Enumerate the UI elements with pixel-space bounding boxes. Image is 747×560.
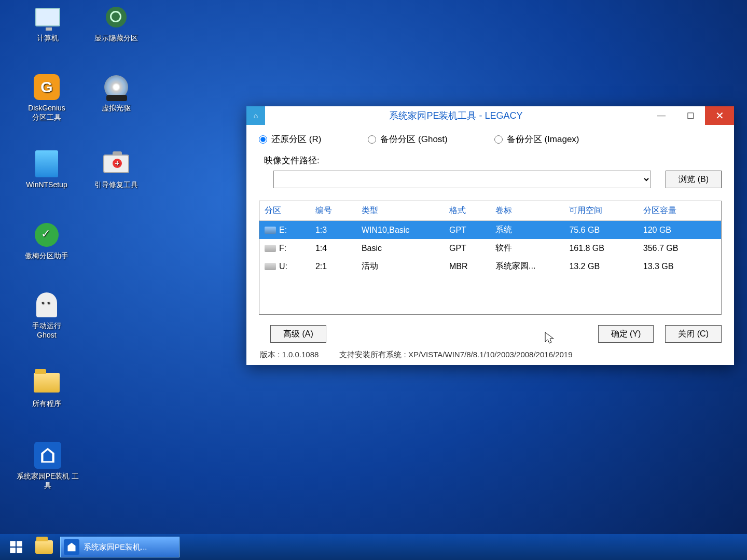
svg-rect-1 [17,541,22,547]
table-body-wrap[interactable]: E:1:3WIN10,BasicGPT系统75.6 GB120 GBF:1:4B… [259,221,721,314]
table-cell: 1:4 [310,239,356,257]
desktop-icon-bootfix[interactable]: 引导修复工具 [85,149,147,190]
svg-rect-0 [10,541,15,547]
mode-radio-group: 还原分区 (R) 备份分区 (Ghost) 备份分区 (Imagex) [259,133,722,145]
close-button[interactable]: ✕ [705,106,734,125]
col-type[interactable]: 类型 [356,201,444,221]
col-format[interactable]: 格式 [444,201,490,221]
table-cell: 系统家园... [490,257,564,275]
desktop-icon-computer[interactable]: 计算机 [17,3,79,43]
radio-restore[interactable]: 还原分区 (R) [259,133,321,145]
icon-label: 显示隐藏分区 [85,34,147,43]
table-cell: 356.7 GB [638,239,721,257]
status-bar: 版本 : 1.0.0.1088 支持安装所有系统 : XP/VISTA/WIN7… [259,348,722,360]
table-row[interactable]: U:2:1活动MBR系统家园...13.2 GB13.3 GB [259,257,721,275]
table-cell: Basic [356,239,444,257]
table-cell: 活动 [356,257,444,275]
table-cell: 13.2 GB [564,257,638,275]
support-text: 支持安装所有系统 : XP/VISTA/WIN7/8/8.1/10/2003/2… [339,350,721,360]
table-cell: 1:3 [310,221,356,239]
table-cell: F: [259,239,310,257]
disc-icon [104,75,128,99]
dialog-button-row: 高级 (A) 确定 (Y) 关闭 (C) [259,325,722,343]
icon-label: 虚拟光驱 [85,104,147,113]
image-path-select[interactable] [273,171,651,188]
ghost-icon [36,292,57,317]
magnify-icon [106,7,127,27]
table-cell: MBR [444,257,490,275]
desktop-icon-show-hidden[interactable]: 显示隐藏分区 [85,3,147,43]
desktop-icon-diskgenius[interactable]: G DiskGenius 分区工具 [16,73,78,122]
table-cell: U: [259,257,310,275]
taskbar-app-label: 系统家园PE装机... [84,542,147,552]
file-icon [35,150,58,177]
col-partition[interactable]: 分区 [259,201,310,221]
radio-label: 备份分区 (Ghost) [380,133,447,145]
start-button[interactable] [4,537,28,557]
close-dialog-button[interactable]: 关闭 (C) [665,325,722,343]
browse-button[interactable]: 浏览 (B) [666,171,722,188]
folder-icon [34,373,60,393]
table-cell: 161.8 GB [564,239,638,257]
taskbar-app-petool[interactable]: 系统家园PE装机... [60,537,179,557]
folder-icon [35,540,53,554]
maximize-button[interactable]: ☐ [676,106,705,125]
svg-rect-3 [17,548,22,553]
col-free[interactable]: 可用空间 [564,201,638,221]
minimize-button[interactable]: — [647,106,676,125]
table-cell: GPT [444,239,490,257]
radio-backup-imagex[interactable]: 备份分区 (Imagex) [494,133,579,145]
col-size[interactable]: 分区容量 [638,201,721,221]
spacer [326,325,587,343]
radio-backup-ghost[interactable]: 备份分区 (Ghost) [368,133,447,145]
table-cell: 120 GB [638,221,721,239]
icon-label: WinNTSetup [16,180,78,190]
table-cell: 13.3 GB [638,257,721,275]
desktop: 计算机 显示隐藏分区 G DiskGenius 分区工具 虚拟光驱 WinNTS… [0,0,747,560]
taskbar: 系统家园PE装机... [0,534,747,560]
desktop-icon-aomei[interactable]: 傲梅分区助手 [16,220,78,261]
radio-input[interactable] [368,135,376,144]
diskgenius-icon: G [34,74,60,100]
window-titlebar[interactable]: ⌂ 系统家园PE装机工具 - LEGACY — ☐ ✕ [246,106,734,125]
table-cell: 2:1 [310,257,356,275]
icon-label: 计算机 [17,34,79,43]
icon-label: 所有程序 [16,399,78,409]
table-cell: WIN10,Basic [356,221,444,239]
app-icon: ⌂ [246,106,265,125]
desktop-icon-vcd[interactable]: 虚拟光驱 [85,73,147,113]
icon-label: 傲梅分区助手 [16,251,78,261]
image-path-label-row: 映像文件路径: [259,155,722,166]
petool-icon [34,442,61,469]
icon-label: 系统家园PE装机 工具 [11,472,84,490]
radio-input[interactable] [494,135,503,144]
image-path-label: 映像文件路径: [259,155,320,166]
drive-icon [265,263,276,270]
taskbar-explorer[interactable] [32,537,56,557]
version-text: 版本 : 1.0.0.1088 [260,350,319,360]
pe-installer-window: ⌂ 系统家园PE装机工具 - LEGACY — ☐ ✕ 还原分区 (R) 备份分… [246,106,734,365]
radio-input[interactable] [259,135,267,144]
icon-label: 引导修复工具 [85,180,147,190]
ok-button[interactable]: 确定 (Y) [598,325,654,343]
table-header-row: 分区 编号 类型 格式 卷标 可用空间 分区容量 [259,201,721,221]
table-cell: 75.6 GB [564,221,638,239]
desktop-icon-petool[interactable]: 系统家园PE装机 工具 [11,441,84,490]
col-number[interactable]: 编号 [310,201,356,221]
col-label[interactable]: 卷标 [490,201,564,221]
table-cell: E: [259,221,310,239]
table-cell: 软件 [490,239,564,257]
window-title: 系统家园PE装机工具 - LEGACY [265,109,647,122]
petool-icon [64,539,79,555]
desktop-icon-allprograms[interactable]: 所有程序 [16,368,78,409]
desktop-icon-ghost[interactable]: 手动运行 Ghost [16,290,78,340]
advanced-button[interactable]: 高级 (A) [270,325,326,343]
window-body: 还原分区 (R) 备份分区 (Ghost) 备份分区 (Imagex) 映像文件… [246,125,734,365]
desktop-icon-winnt[interactable]: WinNTSetup [16,149,78,190]
icon-label: 手动运行 Ghost [16,321,78,340]
table-row[interactable]: F:1:4BasicGPT软件161.8 GB356.7 GB [259,239,721,257]
table-row[interactable]: E:1:3WIN10,BasicGPT系统75.6 GB120 GB [259,221,721,239]
table-cell: 系统 [490,221,564,239]
svg-rect-2 [10,548,15,553]
drive-icon [265,227,276,234]
